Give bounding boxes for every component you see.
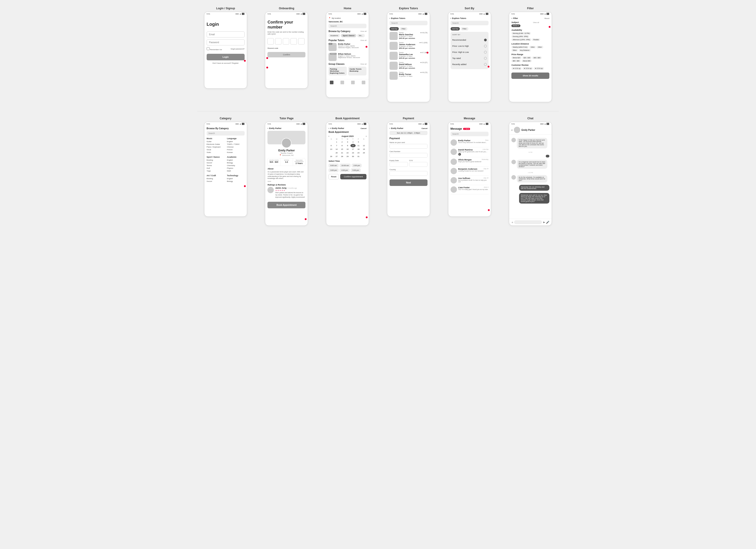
cal-d-15[interactable]: 15 <box>339 148 345 151</box>
next-button[interactable]: Next <box>390 179 428 186</box>
cal-d-2[interactable]: 2 <box>339 140 345 144</box>
cat-yoga[interactable]: Yoga <box>207 170 224 172</box>
time-2pm[interactable]: 2:00 pm <box>352 164 362 168</box>
sort-button[interactable]: Sort by <box>390 27 399 31</box>
cal-d-5[interactable]: 5 <box>356 140 361 144</box>
avail-afternoon[interactable]: Afternoon (12PM - 4PM) <box>511 38 531 41</box>
code-box-3[interactable] <box>283 38 289 45</box>
loc-10km[interactable]: 10km <box>529 46 536 48</box>
price-20-40[interactable]: $20 - $40 <box>522 57 532 59</box>
sortby-filter-btn[interactable]: Filter <box>461 27 468 31</box>
book-cancel-btn[interactable]: Cancel <box>361 127 366 130</box>
avail-flexible[interactable]: Flexible <box>532 38 540 41</box>
group-card-1[interactable]: Painting Workshop: Exploring Colors <box>328 67 347 76</box>
cat-chemistry[interactable]: Chemistry <box>227 165 245 167</box>
cat-english-ac[interactable]: English <box>227 159 245 161</box>
cal-d-10[interactable]: 10 <box>350 144 356 147</box>
loc-any[interactable]: Any Distance <box>519 49 531 52</box>
cal-d-30[interactable]: 30 <box>350 155 356 158</box>
chat-send-icon[interactable]: ➤ <box>543 221 545 224</box>
resend-link[interactable]: Resend code <box>267 47 305 49</box>
sortby-back-icon[interactable]: ‹ <box>451 17 451 19</box>
msg-olivia[interactable]: Olivia Morgan Yesterday Hope you have a … <box>451 157 489 167</box>
cal-d-19[interactable]: 19 <box>361 148 366 151</box>
cal-d-3[interactable]: 3 <box>345 140 350 144</box>
explore-tutor-2[interactable]: Tennis James Anderson In-person • 6 Year… <box>390 42 428 50</box>
sort-low-high-radio[interactable] <box>484 45 487 47</box>
filter-back-icon[interactable]: ‹ <box>511 17 512 19</box>
cat-vocal[interactable]: Vocal <box>207 149 224 151</box>
cat-french[interactable]: French <box>227 149 245 151</box>
cat-english-lang[interactable]: English <box>227 141 245 143</box>
loc-50km[interactable]: 50km <box>511 49 518 52</box>
loc-nearby[interactable]: Nearby (within 5 km) <box>511 46 529 48</box>
name-input[interactable] <box>390 144 428 149</box>
cal-d-24[interactable]: 24 <box>356 151 361 155</box>
code-box-4[interactable] <box>291 38 297 45</box>
time-3pm[interactable]: 3:00 pm <box>328 168 339 172</box>
explore-search-bar[interactable]: Search <box>390 21 428 25</box>
sort-recommended[interactable]: Recommended <box>452 37 487 43</box>
group-view-all[interactable]: View all <box>360 63 366 65</box>
nav-home-icon[interactable] <box>330 81 333 84</box>
time-10am[interactable]: 10:00 am <box>340 164 351 168</box>
remember-checkbox[interactable] <box>207 47 210 50</box>
msg-liam[interactable]: Liam Foster June 4 You! I'm really glad … <box>451 185 489 194</box>
cat-english-tech[interactable]: English <box>227 178 245 180</box>
cat-piano[interactable]: Piano / Keyboard <box>207 146 224 148</box>
msg-benjamin[interactable]: Benjamin Anderson July 24 Looking forwar… <box>451 167 489 176</box>
code-box-1[interactable] <box>267 38 274 45</box>
loc-20km[interactable]: 20km <box>536 46 543 48</box>
expiry-input[interactable] <box>390 162 408 167</box>
sort-low-high[interactable]: Price: Low to High <box>452 43 487 49</box>
msg-daniel[interactable]: Daniel Ramirez 2:00 PM Keep up the great… <box>451 147 489 157</box>
pill-music[interactable]: Mu... <box>357 34 365 37</box>
cat-toefl[interactable]: TOEFL / TOEIC <box>227 143 245 145</box>
cal-next-icon[interactable]: › <box>366 135 366 137</box>
explore-tutor-4[interactable]: Tennis David Wilson In-person • 4 Years … <box>390 62 428 70</box>
review-3up[interactable]: ★ 3.0 & up <box>522 67 533 70</box>
pill-academic[interactable]: Academic <box>328 34 340 37</box>
tutor-card-1[interactable]: 4.4 Emily Parker Tennis | 2 Years | $20/… <box>328 43 366 51</box>
cal-d-17[interactable]: 17 <box>350 148 356 151</box>
cal-d-16[interactable]: 16 <box>345 148 350 151</box>
explore-back-icon[interactable]: ‹ <box>390 17 390 19</box>
payment-cancel-btn[interactable]: Cancel <box>422 127 428 130</box>
cal-d-18[interactable]: 18 <box>356 148 361 151</box>
cat-soccer-s[interactable]: Soccer <box>207 162 224 164</box>
cal-d-1[interactable]: 1 <box>334 140 339 144</box>
sort-recommended-radio[interactable] <box>484 39 487 41</box>
cat-physics[interactable]: Physics <box>227 167 245 169</box>
subject-pill-tennis[interactable]: Tennis ✕ <box>511 24 520 27</box>
remember-label[interactable]: Remember me <box>207 47 222 51</box>
code-box-2[interactable] <box>275 38 281 45</box>
cal-d-31[interactable]: 31 <box>356 155 361 158</box>
sort-top-rated[interactable]: Top rated <box>452 55 487 61</box>
show-results-button[interactable]: Show 25 results <box>511 73 549 79</box>
filter-button[interactable]: Filter <box>400 27 407 31</box>
cat-elec-guitar[interactable]: Electronic Guitar <box>207 143 224 145</box>
cat-biology-tech[interactable]: Biology <box>227 180 245 182</box>
chat-back-icon[interactable]: ‹ <box>511 128 513 132</box>
cal-d-6[interactable]: 6 <box>328 144 334 147</box>
cal-d-25[interactable]: 25 <box>361 151 366 155</box>
cat-guitar[interactable]: Guitar <box>207 141 224 143</box>
cal-d-22[interactable]: 22 <box>345 151 350 155</box>
sort-recently[interactable]: Recently added <box>452 61 487 67</box>
book-back-icon[interactable]: ‹ <box>328 127 329 130</box>
cal-d-21[interactable]: 21 <box>339 151 345 155</box>
home-search-bar[interactable]: Search <box>328 24 366 28</box>
sortby-sort-btn[interactable]: Sort by <box>451 27 460 31</box>
password-field[interactable] <box>207 39 245 45</box>
cal-d-29[interactable]: 29 <box>345 155 350 158</box>
tutor-back-icon[interactable]: ‹ <box>267 127 268 130</box>
cat-soccer-art[interactable]: Soccer <box>207 180 224 182</box>
cal-d-26[interactable]: 26 <box>328 155 334 158</box>
confirm-button[interactable]: Confirm <box>267 52 305 57</box>
cal-d-14[interactable]: 14 <box>334 148 339 151</box>
cvv-input[interactable] <box>409 162 428 167</box>
cal-d-8[interactable]: 8 <box>339 144 345 147</box>
cat-chinese[interactable]: Chinese <box>227 146 245 148</box>
sort-high-low[interactable]: Price: High to Low <box>452 49 487 55</box>
cal-d-4[interactable]: 4 <box>350 140 356 144</box>
